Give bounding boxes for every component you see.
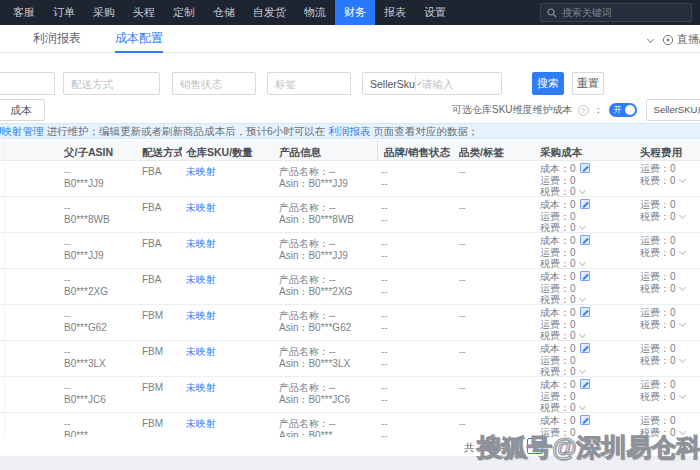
headway-cost-cell: 运费：0税费：0 <box>632 233 700 268</box>
delivery-cell: FBM <box>138 305 182 340</box>
play-circle-icon <box>662 34 674 46</box>
tab-profit-report[interactable]: 利润报表 <box>33 25 81 53</box>
head-tax-text: 税费：0 <box>640 319 676 330</box>
headway-cost-cell: 运费：0税费：0 <box>632 377 700 412</box>
asin-text: B0***G62 <box>64 322 136 334</box>
delivery-cell: FBA <box>138 197 182 232</box>
brand-text: -- <box>381 166 453 178</box>
import-cost-button[interactable]: 成本 <box>0 99 45 121</box>
chevron-down-icon[interactable] <box>579 187 586 194</box>
chevron-down-icon[interactable] <box>679 391 686 398</box>
chevron-down-icon[interactable] <box>579 259 586 266</box>
chevron-down-icon[interactable] <box>679 247 686 254</box>
unmapped-link[interactable]: 未映射 <box>186 238 216 249</box>
chevron-down-icon[interactable] <box>679 175 686 182</box>
parent-asin-text: -- <box>64 238 136 250</box>
delivery-method-text: FBM <box>142 382 180 394</box>
edit-cost-icon[interactable] <box>580 379 590 389</box>
question-circle-icon[interactable]: ? <box>578 105 589 116</box>
warehouse-sku-toggle[interactable]: 开 <box>609 103 637 117</box>
nav-item-采购[interactable]: 采购 <box>84 0 124 25</box>
column-header: 头程费用 <box>632 140 700 160</box>
sku-mapping-link[interactable]: SKU映射管理 <box>0 125 44 137</box>
chevron-down-icon[interactable] <box>679 427 686 434</box>
unmapped-link[interactable]: 未映射 <box>186 166 216 177</box>
nav-item-财务[interactable]: 财务 <box>335 0 375 25</box>
edit-cost-icon[interactable] <box>580 199 590 209</box>
purchase-cost-cell: 成本：0运费：0税费：0 <box>532 269 632 304</box>
head-tax-text: 税费：0 <box>640 211 676 222</box>
chevron-down-icon[interactable] <box>679 355 686 362</box>
filter-row: SellerSku 搜索 重置 <box>0 72 700 96</box>
warehouse-toggle-label: 可选仓库SKU维度维护成本 <box>452 103 573 117</box>
search-button[interactable]: 搜索 <box>532 72 564 95</box>
category-text: -- <box>459 346 530 358</box>
asin-cell: --B0***JJ9 <box>60 161 138 196</box>
head-shipping-line: 运费：0 <box>640 199 700 211</box>
unmapped-link[interactable]: 未映射 <box>186 202 216 213</box>
head-shipping-line: 运费：0 <box>640 415 700 427</box>
chevron-down-icon[interactable] <box>579 403 586 410</box>
edit-cost-icon[interactable] <box>580 415 590 425</box>
tab-cost-config[interactable]: 成本配置 <box>115 25 163 53</box>
chevron-down-icon[interactable] <box>647 36 654 43</box>
profit-report-link[interactable]: 利润报表 <box>328 125 370 137</box>
chevron-down-icon[interactable] <box>679 211 686 218</box>
asin-text: B0***JJ9 <box>64 250 136 262</box>
live-help-link[interactable]: 直播/ <box>662 32 700 47</box>
headway-cost-cell: 运费：0税费：0 <box>632 197 700 232</box>
chevron-down-icon[interactable] <box>679 283 686 290</box>
reset-button[interactable]: 重置 <box>572 72 604 95</box>
chevron-down-icon[interactable] <box>579 223 586 230</box>
unmapped-link[interactable]: 未映射 <box>186 418 216 429</box>
delivery-method-input[interactable] <box>63 72 160 95</box>
global-search-box[interactable] <box>540 3 692 22</box>
sales-status-input[interactable] <box>172 72 256 95</box>
toolbar-row: 成本 可选仓库SKU维度维护成本 ? ： 开 SellerSKU成本更新 刷新订… <box>0 99 700 122</box>
product-asin-line: Asin：B0***JJ9 <box>279 178 375 190</box>
edit-cost-icon[interactable] <box>580 163 590 173</box>
nav-item-报表[interactable]: 报表 <box>375 0 415 25</box>
nav-item-客服[interactable]: 客服 <box>4 0 44 25</box>
category-text: -- <box>459 274 530 286</box>
edit-cost-icon[interactable] <box>580 343 590 353</box>
nav-item-设置[interactable]: 设置 <box>415 0 455 25</box>
nav-item-物流[interactable]: 物流 <box>295 0 335 25</box>
sellersku-cost-update-button[interactable]: SellerSKU成本更新 <box>646 99 700 121</box>
unmapped-link[interactable]: 未映射 <box>186 346 216 357</box>
unmapped-link[interactable]: 未映射 <box>186 274 216 285</box>
edit-cost-icon[interactable] <box>580 235 590 245</box>
tag-input[interactable] <box>267 72 351 95</box>
delivery-method-text: FBA <box>142 202 180 214</box>
page-number-button[interactable]: 1 <box>527 438 543 454</box>
notice-text-2: 页面查看对应的数据； <box>370 125 478 137</box>
nav-item-头程[interactable]: 头程 <box>124 0 164 25</box>
filter-input-partial[interactable] <box>0 72 55 95</box>
sku-type-select[interactable]: SellerSku <box>363 78 415 90</box>
unmapped-link[interactable]: 未映射 <box>186 382 216 393</box>
chevron-down-icon[interactable] <box>579 331 586 338</box>
brand-status-cell: ---- <box>377 305 455 340</box>
chevron-down-icon[interactable] <box>579 295 586 302</box>
chevron-down-icon[interactable] <box>579 367 586 374</box>
global-search-input[interactable] <box>562 7 685 18</box>
table-body: --B0***JJ9FBA未映射产品名称：--Asin：B0***JJ9----… <box>0 161 700 449</box>
purchase-cost-cell: 成本：0运费：0税费：0 <box>532 197 632 232</box>
unmapped-link[interactable]: 未映射 <box>186 310 216 321</box>
edit-cost-icon[interactable] <box>580 307 590 317</box>
purchase-tax-text: 税费：0 <box>540 330 576 340</box>
brand-status-cell: ---- <box>377 197 455 232</box>
nav-item-仓储[interactable]: 仓储 <box>204 0 244 25</box>
chevron-left-icon[interactable]: < <box>513 440 519 452</box>
head-shipping-line: 运费：0 <box>640 235 700 247</box>
delivery-method-text: FBA <box>142 166 180 178</box>
nav-item-定制[interactable]: 定制 <box>164 0 204 25</box>
nav-item-自发货[interactable]: 自发货 <box>244 0 295 25</box>
cost-label: 成本：0 <box>540 271 576 282</box>
category-tag-cell: -- <box>455 233 532 268</box>
cost-label: 成本：0 <box>540 199 576 210</box>
chevron-down-icon[interactable] <box>679 319 686 326</box>
sku-value-input[interactable] <box>416 78 501 90</box>
edit-cost-icon[interactable] <box>580 271 590 281</box>
nav-item-订单[interactable]: 订单 <box>44 0 84 25</box>
